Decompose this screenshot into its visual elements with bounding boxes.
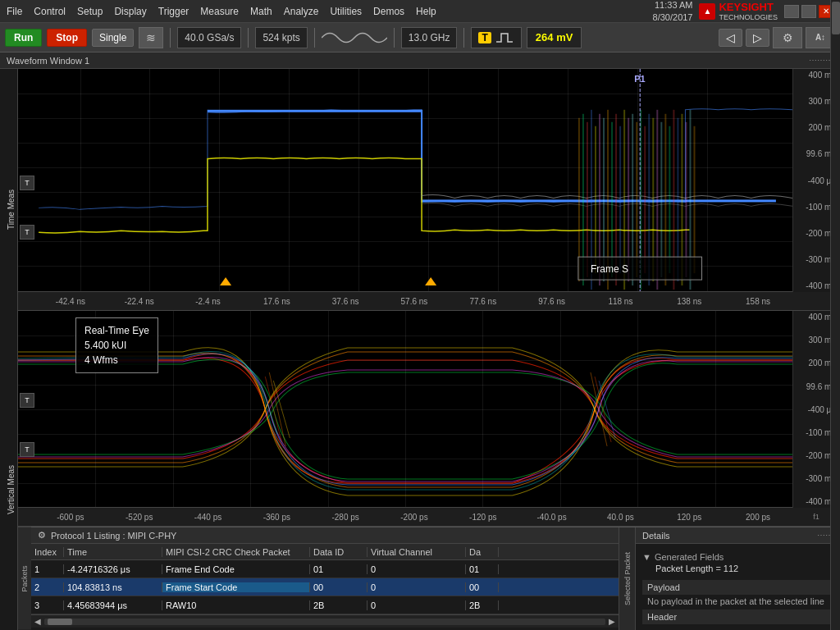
svg-rect-19: [644, 126, 646, 273]
svg-rect-7: [595, 126, 596, 273]
proto-scrollbar[interactable]: ◀ ▶: [31, 614, 619, 628]
menu-demos[interactable]: Demos: [373, 6, 404, 17]
details-header: Details ⋯⋯: [636, 527, 840, 544]
menu-control[interactable]: Control: [34, 6, 66, 17]
trigger-display[interactable]: T: [471, 27, 521, 48]
eye-ch2-icon[interactable]: T: [20, 442, 34, 457]
waveform-icon: [322, 27, 387, 48]
top-waveform[interactable]: T T: [18, 69, 792, 292]
titlebar: File Control Setup Display Trigger Measu…: [0, 0, 840, 23]
voltage-display: 264 mV: [527, 27, 582, 48]
menu-setup[interactable]: Setup: [77, 6, 103, 17]
waveform-svg: Frame S P1: [18, 69, 792, 291]
separator-2: [248, 28, 249, 48]
run-button[interactable]: Run: [5, 29, 42, 47]
ch1-icon[interactable]: T: [20, 176, 34, 190]
nav-back-button[interactable]: ◁: [719, 29, 742, 47]
svg-rect-11: [611, 122, 613, 277]
details-title: Details: [642, 531, 670, 541]
frequency-display: 13.0 GHz: [401, 27, 458, 48]
datetime-display: 11:33 AM8/30/2017: [653, 0, 693, 23]
menu-measure[interactable]: Measure: [200, 6, 239, 17]
protocol-title: Protocol 1 Listing : MIPI C-PHY: [51, 531, 176, 541]
svg-rect-17: [636, 122, 637, 277]
table-row[interactable]: 2 104.83813 ns Frame Start Code 00 0 00: [31, 578, 619, 596]
eye-ch1-icon[interactable]: T: [20, 393, 34, 408]
svg-text:P1: P1: [634, 74, 646, 84]
menu-trigger[interactable]: Trigger: [158, 6, 189, 17]
selected-packet-sidebar: Selected Packet: [619, 527, 635, 630]
scroll-right-arrow[interactable]: ▶: [609, 617, 615, 626]
scroll-thumb[interactable]: [48, 619, 72, 625]
packets-label: Packets: [18, 527, 31, 630]
waveform-window-label: Waveform Window 1 ⋯⋯⋯: [0, 52, 840, 69]
protocol-section: Packets ⚙ Protocol 1 Listing : MIPI C-PH…: [18, 527, 840, 630]
details-panel: Details ⋯⋯ ▼ Generated Fields Packet Len…: [635, 527, 840, 630]
menu-bar[interactable]: File Control Setup Display Trigger Measu…: [7, 6, 436, 17]
svg-rect-23: [660, 122, 662, 277]
protocol-left: ⚙ Protocol 1 Listing : MIPI C-PHY Index …: [31, 527, 619, 630]
trigger-waveform-icon: [495, 30, 514, 45]
toolbar: Run Stop Single ≋ 40.0 GSa/s 524 kpts 13…: [0, 23, 840, 52]
separator-4: [394, 28, 395, 48]
svg-rect-25: [669, 126, 670, 273]
details-scrollbar[interactable]: [830, 0, 840, 630]
sidebar-left: Time Meas Vertical Meas: [0, 69, 18, 630]
single-button[interactable]: Single: [92, 29, 134, 47]
toolbar-right: ◁ ▷ ⚙ A↕: [719, 27, 835, 48]
svg-marker-37: [425, 277, 436, 285]
separator-3: [314, 28, 315, 48]
title-right-info: 11:33 AM8/30/2017 ▲ KEYSIGHT TECHNOLOGIE…: [653, 0, 833, 23]
selected-packet-label: Selected Packet: [622, 550, 633, 607]
generated-fields-label: Generated Fields: [655, 552, 724, 562]
scroll-left-arrow[interactable]: ◀: [34, 617, 41, 626]
menu-help[interactable]: Help: [416, 6, 436, 17]
svg-rect-31: [693, 126, 695, 273]
memory-display: 524 kpts: [255, 27, 307, 48]
settings-icon[interactable]: ⚙: [773, 27, 802, 48]
svg-marker-36: [220, 277, 231, 285]
svg-text:Frame S: Frame S: [591, 263, 628, 275]
trigger-t-label: T: [478, 32, 491, 43]
details-scroll-thumb[interactable]: [832, 2, 840, 34]
settings-gear-icon[interactable]: ⚙: [38, 530, 46, 541]
payload-header: Payload: [642, 580, 833, 595]
time-axis-bottom: -600 ps -520 ps -440 ps -360 ps -280 ps …: [18, 508, 840, 527]
keysight-logo: ▲ KEYSIGHT TECHNOLOGIES: [699, 1, 778, 21]
time-axis-top: -42.4 ns -22.4 ns -2.4 ns 17.6 ns 37.6 n…: [18, 292, 840, 311]
sample-rate-display: 40.0 GSa/s: [177, 27, 241, 48]
nav-forward-button[interactable]: ▷: [746, 29, 769, 47]
table-row[interactable]: 3 4.45683944 μs RAW10 2B 0 2B: [31, 596, 619, 614]
separator-1: [170, 28, 171, 48]
menu-display[interactable]: Display: [114, 6, 146, 17]
details-content: ▼ Generated Fields Packet Length = 112 P…: [636, 544, 840, 630]
svg-rect-29: [685, 122, 687, 277]
main-content: Time Meas Vertical Meas: [0, 69, 840, 630]
scope-area: T T: [18, 69, 840, 630]
menu-math[interactable]: Math: [250, 6, 272, 17]
time-meas-label: Time Meas: [0, 69, 17, 349]
svg-rect-5: [587, 122, 588, 277]
stop-button[interactable]: Stop: [47, 29, 87, 47]
vertical-meas-label: Vertical Meas: [0, 349, 17, 630]
protocol-header: ⚙ Protocol 1 Listing : MIPI C-PHY: [31, 527, 619, 544]
menu-analyze[interactable]: Analyze: [284, 6, 319, 17]
generated-fields-section: ▼ Generated Fields Packet Length = 112: [642, 552, 833, 575]
menu-utilities[interactable]: Utilities: [330, 6, 362, 17]
menu-file[interactable]: File: [7, 6, 22, 17]
header-item: Header: [642, 609, 833, 624]
waveform-title: Waveform Window 1: [7, 56, 89, 66]
ch2-icon[interactable]: T: [20, 225, 34, 240]
table-row[interactable]: 1 -4.24716326 μs Frame End Code 01 0 01: [31, 560, 619, 578]
protocol-table-header: Index Time MIPI CSI-2 CRC Check Packet D…: [31, 544, 619, 560]
packet-length-item: Packet Length = 112: [642, 562, 833, 575]
svg-rect-13: [619, 126, 621, 273]
channel-icon[interactable]: ≋: [139, 27, 163, 48]
eye-diagram[interactable]: T T Real-Time Eye 5.400 kUI 4 Wfms: [18, 311, 792, 508]
rte-annotation: Real-Time Eye 5.400 kUI 4 Wfms: [75, 317, 158, 373]
payload-text: No payload in the packet at the selected…: [642, 595, 833, 608]
separator-5: [463, 28, 464, 48]
scroll-track[interactable]: [44, 619, 605, 625]
